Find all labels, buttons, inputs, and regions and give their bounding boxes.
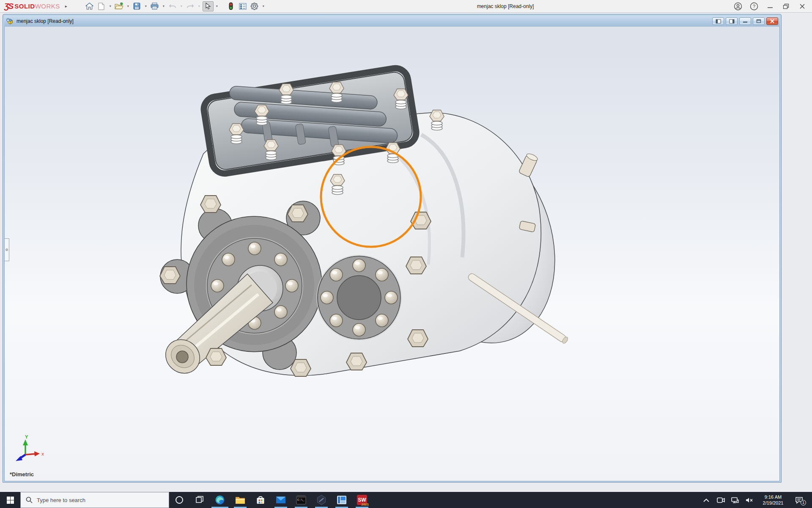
pane-left-button[interactable] xyxy=(712,17,724,25)
taskbar-search-input[interactable]: Type here to search xyxy=(20,492,169,508)
gearbox-model[interactable] xyxy=(5,27,780,481)
svg-text:?: ? xyxy=(753,4,755,9)
print-dropdown[interactable]: ▾ xyxy=(161,1,166,11)
triad-y-label: Y xyxy=(25,434,28,439)
taskbar-item-task-view[interactable] xyxy=(189,492,210,508)
cortana-icon xyxy=(175,496,184,504)
pane-right-button[interactable] xyxy=(726,17,738,25)
document-window: menjac sklop [Read-only] xyxy=(3,14,782,483)
taskbar-clock[interactable]: 9:16 AM 2/19/2021 xyxy=(757,494,789,506)
solidworks-application: ƷS SOLIDWORKS ▸ ▾ ▾ ▾ ▾ xyxy=(0,0,812,508)
app-window-controls: ? xyxy=(732,0,809,13)
document-window-controls xyxy=(712,17,778,25)
solidworks-logo: ƷS SOLIDWORKS ▸ xyxy=(0,2,67,11)
redo-dropdown[interactable]: ▾ xyxy=(197,1,202,11)
action-center-button[interactable]: 1 xyxy=(790,492,807,508)
taskbar-item-solidworks[interactable]: SW 2021 xyxy=(352,492,372,508)
doc-close-button[interactable] xyxy=(766,17,778,25)
restore-button[interactable] xyxy=(780,1,793,11)
minimize-button[interactable] xyxy=(764,1,776,11)
edge-icon xyxy=(215,495,225,505)
select-tool-dropdown[interactable]: ▾ xyxy=(214,1,219,11)
triad-x-label: x xyxy=(41,451,44,456)
taskbar-item-hexagon-app[interactable] xyxy=(311,492,332,508)
graphics-viewport[interactable]: Y x *Dimetric xyxy=(4,27,780,481)
close-button[interactable] xyxy=(796,1,809,11)
windows-taskbar: Type here to search xyxy=(0,492,812,508)
volume-muted-icon[interactable] xyxy=(743,492,756,508)
clock-time: 9:16 AM xyxy=(757,494,789,500)
solidworks-2021-icon: SW 2021 xyxy=(357,495,367,505)
hidden-icons-chevron[interactable] xyxy=(700,492,713,508)
taskbar-item-blue-window-app[interactable] xyxy=(332,492,352,508)
view-orientation-label: *Dimetric xyxy=(10,471,34,478)
solidworks-logo-icon: ƷS xyxy=(4,2,13,11)
quick-access-toolbar: ▾ ▾ ▾ ▾ ▾ ▾ ▾ xyxy=(79,0,266,13)
start-button[interactable] xyxy=(0,492,20,508)
taskbar-item-command-prompt[interactable]: C:\_ xyxy=(291,492,311,508)
home-button[interactable] xyxy=(84,1,95,11)
open-dropdown[interactable]: ▾ xyxy=(126,1,131,11)
brand-name: SOLIDWORKS xyxy=(14,3,60,10)
document-title: menjac sklop [Read-only] xyxy=(16,18,74,24)
feature-tree-collapse-handle[interactable] xyxy=(5,238,9,261)
hexagon-app-icon xyxy=(316,495,326,505)
assembly-document-icon xyxy=(6,18,14,25)
doc-restore-button[interactable] xyxy=(753,17,765,25)
clock-date: 2/19/2021 xyxy=(757,500,789,506)
search-placeholder: Type here to search xyxy=(37,497,85,503)
notification-count-badge: 1 xyxy=(801,500,806,505)
print-button[interactable] xyxy=(149,1,160,11)
appearance-stoplight-icon[interactable] xyxy=(225,1,236,11)
save-dropdown[interactable]: ▾ xyxy=(143,1,148,11)
handle-dot-icon xyxy=(5,248,8,251)
blue-window-app-icon xyxy=(337,495,347,505)
options-gear-button[interactable] xyxy=(249,1,260,11)
new-document-dropdown[interactable]: ▾ xyxy=(108,1,113,11)
property-manager-button[interactable] xyxy=(237,1,248,11)
system-tray: 9:16 AM 2/19/2021 1 xyxy=(700,492,812,508)
orientation-triad: Y x xyxy=(12,433,50,467)
network-icon[interactable] xyxy=(729,492,741,508)
account-icon[interactable] xyxy=(732,1,744,11)
svg-text:C:\_: C:\_ xyxy=(297,498,305,502)
taskbar-item-store[interactable] xyxy=(250,492,271,508)
meet-now-icon[interactable] xyxy=(714,492,727,508)
taskbar-item-cortana[interactable] xyxy=(169,492,189,508)
document-titlebar[interactable]: menjac sklop [Read-only] xyxy=(4,16,780,27)
open-button[interactable] xyxy=(114,1,125,11)
search-icon xyxy=(26,497,33,503)
undo-button[interactable] xyxy=(167,1,178,11)
menu-expand-icon[interactable]: ▸ xyxy=(65,4,67,8)
redo-button[interactable] xyxy=(185,1,196,11)
doc-minimize-button[interactable] xyxy=(739,17,751,25)
taskbar-item-edge[interactable] xyxy=(210,492,230,508)
taskbar-item-file-explorer[interactable] xyxy=(230,492,250,508)
mail-icon xyxy=(276,496,286,504)
help-icon[interactable]: ? xyxy=(748,1,760,11)
taskbar-item-mail[interactable] xyxy=(271,492,291,508)
store-icon xyxy=(256,495,265,505)
save-button[interactable] xyxy=(132,1,143,11)
new-document-button[interactable] xyxy=(96,1,107,11)
command-prompt-icon: C:\_ xyxy=(296,495,306,505)
select-tool-button[interactable] xyxy=(203,1,214,11)
file-explorer-icon xyxy=(235,495,245,505)
windows-logo-icon xyxy=(7,497,14,504)
task-view-icon xyxy=(195,496,204,504)
options-dropdown[interactable]: ▾ xyxy=(261,1,266,11)
app-titlebar: ƷS SOLIDWORKS ▸ ▾ ▾ ▾ ▾ xyxy=(0,0,812,13)
undo-dropdown[interactable]: ▾ xyxy=(179,1,184,11)
app-title: menjac sklop [Read-only] xyxy=(431,0,579,13)
